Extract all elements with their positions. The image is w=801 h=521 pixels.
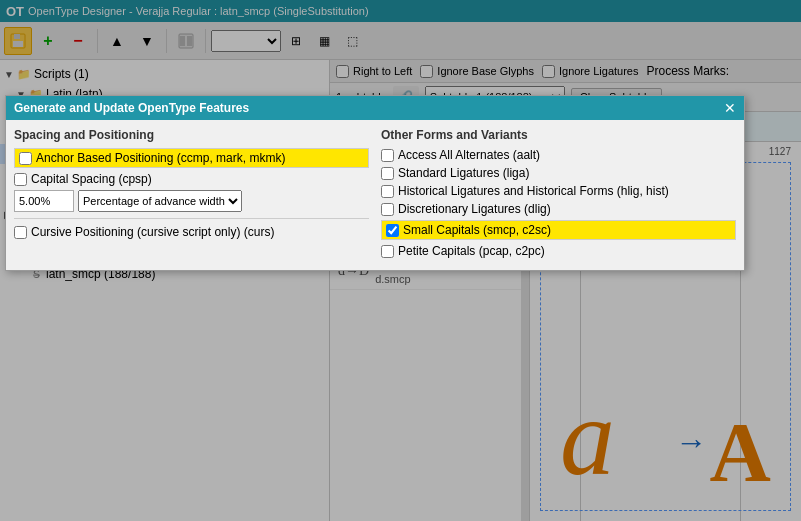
smcp-row[interactable]: Small Capitals (smcp, c2sc)	[381, 220, 736, 240]
other-forms-section: Other Forms and Variants Access All Alte…	[381, 128, 736, 262]
capital-spacing-row[interactable]: Capital Spacing (cpsp)	[14, 172, 369, 186]
other-forms-title: Other Forms and Variants	[381, 128, 736, 142]
dlig-checkbox[interactable]	[381, 203, 394, 216]
spacing-section-title: Spacing and Positioning	[14, 128, 369, 142]
anchor-positioning-label: Anchor Based Positioning (ccmp, mark, mk…	[36, 151, 285, 165]
aalt-label: Access All Alternates (aalt)	[398, 148, 540, 162]
anchor-positioning-row[interactable]: Anchor Based Positioning (ccmp, mark, mk…	[14, 148, 369, 168]
dlig-row[interactable]: Discretionary Ligatures (dlig)	[381, 202, 736, 216]
aalt-row[interactable]: Access All Alternates (aalt)	[381, 148, 736, 162]
cursive-positioning-label: Cursive Positioning (cursive script only…	[31, 225, 274, 239]
dialog-body: Spacing and Positioning Anchor Based Pos…	[6, 120, 744, 270]
pcap-row[interactable]: Petite Capitals (pcap, c2pc)	[381, 244, 736, 258]
cursive-positioning-row[interactable]: Cursive Positioning (cursive script only…	[14, 225, 369, 239]
pct-spinbox[interactable]	[14, 190, 74, 212]
liga-row[interactable]: Standard Ligatures (liga)	[381, 166, 736, 180]
capital-spacing-label: Capital Spacing (cpsp)	[31, 172, 152, 186]
aalt-checkbox[interactable]	[381, 149, 394, 162]
liga-label: Standard Ligatures (liga)	[398, 166, 529, 180]
pcap-label: Petite Capitals (pcap, c2pc)	[398, 244, 545, 258]
hlig-row[interactable]: Historical Ligatures and Historical Form…	[381, 184, 736, 198]
generate-dialog: Generate and Update OpenType Features ✕ …	[5, 95, 745, 271]
dialog-close-button[interactable]: ✕	[724, 100, 736, 116]
dlig-label: Discretionary Ligatures (dlig)	[398, 202, 551, 216]
smcp-checkbox[interactable]	[386, 224, 399, 237]
dialog-title-text: Generate and Update OpenType Features	[14, 101, 249, 115]
cursive-positioning-checkbox[interactable]	[14, 226, 27, 239]
capital-spacing-checkbox[interactable]	[14, 173, 27, 186]
hlig-label: Historical Ligatures and Historical Form…	[398, 184, 669, 198]
pcap-checkbox[interactable]	[381, 245, 394, 258]
spacing-section: Spacing and Positioning Anchor Based Pos…	[14, 128, 369, 262]
section-divider	[14, 218, 369, 219]
dialog-title-bar: Generate and Update OpenType Features ✕	[6, 96, 744, 120]
pct-select[interactable]: Percentage of advance width	[78, 190, 242, 212]
liga-checkbox[interactable]	[381, 167, 394, 180]
hlig-checkbox[interactable]	[381, 185, 394, 198]
smcp-label: Small Capitals (smcp, c2sc)	[403, 223, 551, 237]
spinbox-row: Percentage of advance width	[14, 190, 369, 212]
anchor-positioning-checkbox[interactable]	[19, 152, 32, 165]
